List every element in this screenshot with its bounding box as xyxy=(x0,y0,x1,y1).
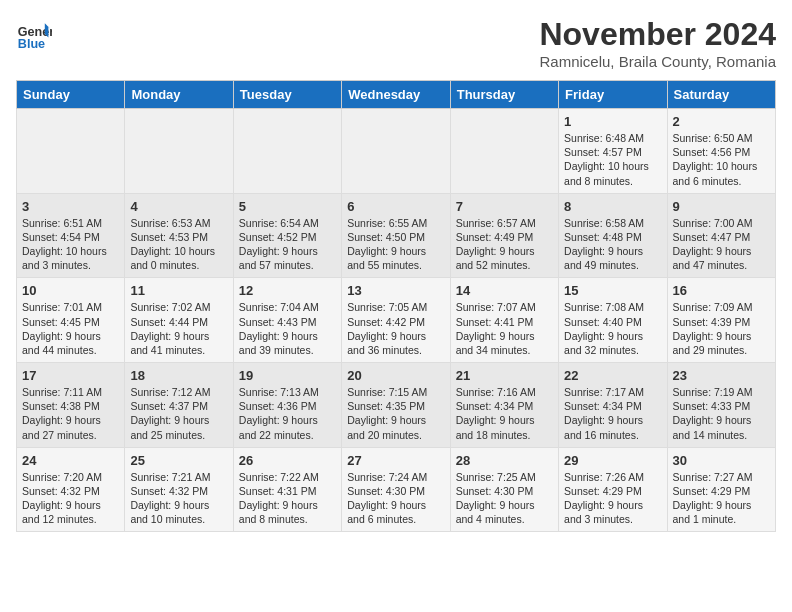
cell-info-line: Daylight: 10 hours and 8 minutes. xyxy=(564,159,661,187)
cell-info-line: Daylight: 9 hours and 10 minutes. xyxy=(130,498,227,526)
cell-info-line: Daylight: 9 hours and 3 minutes. xyxy=(564,498,661,526)
cell-info-line: Sunrise: 7:05 AM xyxy=(347,300,444,314)
cell-info-line: Sunrise: 7:27 AM xyxy=(673,470,770,484)
day-number: 2 xyxy=(673,114,770,129)
calendar-cell xyxy=(450,109,558,194)
day-number: 21 xyxy=(456,368,553,383)
day-number: 20 xyxy=(347,368,444,383)
calendar-cell xyxy=(125,109,233,194)
day-number: 7 xyxy=(456,199,553,214)
cell-info-line: Sunrise: 7:00 AM xyxy=(673,216,770,230)
day-number: 16 xyxy=(673,283,770,298)
header: General Blue November 2024 Ramnicelu, Br… xyxy=(16,16,776,70)
cell-info-line: Daylight: 9 hours and 14 minutes. xyxy=(673,413,770,441)
cell-info-line: Sunrise: 7:25 AM xyxy=(456,470,553,484)
calendar-cell: 26Sunrise: 7:22 AMSunset: 4:31 PMDayligh… xyxy=(233,447,341,532)
day-number: 24 xyxy=(22,453,119,468)
cell-info-line: Daylight: 9 hours and 47 minutes. xyxy=(673,244,770,272)
cell-info-line: Sunset: 4:48 PM xyxy=(564,230,661,244)
day-number: 22 xyxy=(564,368,661,383)
day-number: 10 xyxy=(22,283,119,298)
cell-info-line: Daylight: 9 hours and 27 minutes. xyxy=(22,413,119,441)
calendar-cell: 13Sunrise: 7:05 AMSunset: 4:42 PMDayligh… xyxy=(342,278,450,363)
cell-info-line: Sunrise: 6:58 AM xyxy=(564,216,661,230)
cell-info-line: Sunset: 4:35 PM xyxy=(347,399,444,413)
day-number: 9 xyxy=(673,199,770,214)
calendar-cell: 7Sunrise: 6:57 AMSunset: 4:49 PMDaylight… xyxy=(450,193,558,278)
cell-info-line: Sunrise: 7:19 AM xyxy=(673,385,770,399)
cell-info-line: Sunset: 4:52 PM xyxy=(239,230,336,244)
week-row-4: 17Sunrise: 7:11 AMSunset: 4:38 PMDayligh… xyxy=(17,363,776,448)
cell-info-line: Sunrise: 7:22 AM xyxy=(239,470,336,484)
cell-info-line: Sunset: 4:45 PM xyxy=(22,315,119,329)
dow-header-sunday: Sunday xyxy=(17,81,125,109)
cell-info-line: Sunset: 4:33 PM xyxy=(673,399,770,413)
calendar-cell: 23Sunrise: 7:19 AMSunset: 4:33 PMDayligh… xyxy=(667,363,775,448)
calendar-cell: 4Sunrise: 6:53 AMSunset: 4:53 PMDaylight… xyxy=(125,193,233,278)
cell-info-line: Sunset: 4:50 PM xyxy=(347,230,444,244)
cell-info-line: Sunset: 4:57 PM xyxy=(564,145,661,159)
cell-info-line: Sunrise: 7:17 AM xyxy=(564,385,661,399)
cell-info-line: Sunrise: 7:08 AM xyxy=(564,300,661,314)
cell-info-line: Sunset: 4:30 PM xyxy=(456,484,553,498)
calendar-cell: 10Sunrise: 7:01 AMSunset: 4:45 PMDayligh… xyxy=(17,278,125,363)
cell-info-line: Sunset: 4:44 PM xyxy=(130,315,227,329)
calendar-cell: 16Sunrise: 7:09 AMSunset: 4:39 PMDayligh… xyxy=(667,278,775,363)
cell-info-line: Daylight: 9 hours and 41 minutes. xyxy=(130,329,227,357)
cell-info-line: Daylight: 9 hours and 57 minutes. xyxy=(239,244,336,272)
logo: General Blue xyxy=(16,16,52,52)
calendar-cell: 25Sunrise: 7:21 AMSunset: 4:32 PMDayligh… xyxy=(125,447,233,532)
cell-info-line: Sunrise: 7:20 AM xyxy=(22,470,119,484)
day-number: 23 xyxy=(673,368,770,383)
cell-info-line: Sunset: 4:29 PM xyxy=(673,484,770,498)
cell-info-line: Daylight: 9 hours and 18 minutes. xyxy=(456,413,553,441)
calendar-cell: 20Sunrise: 7:15 AMSunset: 4:35 PMDayligh… xyxy=(342,363,450,448)
day-number: 1 xyxy=(564,114,661,129)
cell-info-line: Sunset: 4:42 PM xyxy=(347,315,444,329)
cell-info-line: Sunrise: 6:51 AM xyxy=(22,216,119,230)
day-number: 12 xyxy=(239,283,336,298)
cell-info-line: Sunset: 4:39 PM xyxy=(673,315,770,329)
title-area: November 2024 Ramnicelu, Braila County, … xyxy=(539,16,776,70)
dow-header-thursday: Thursday xyxy=(450,81,558,109)
cell-info-line: Daylight: 9 hours and 6 minutes. xyxy=(347,498,444,526)
cell-info-line: Sunrise: 6:48 AM xyxy=(564,131,661,145)
cell-info-line: Daylight: 9 hours and 1 minute. xyxy=(673,498,770,526)
cell-info-line: Daylight: 9 hours and 49 minutes. xyxy=(564,244,661,272)
cell-info-line: Daylight: 9 hours and 8 minutes. xyxy=(239,498,336,526)
calendar-cell xyxy=(17,109,125,194)
calendar-cell: 8Sunrise: 6:58 AMSunset: 4:48 PMDaylight… xyxy=(559,193,667,278)
day-number: 29 xyxy=(564,453,661,468)
location-subtitle: Ramnicelu, Braila County, Romania xyxy=(539,53,776,70)
cell-info-line: Daylight: 9 hours and 52 minutes. xyxy=(456,244,553,272)
cell-info-line: Sunrise: 7:07 AM xyxy=(456,300,553,314)
calendar-cell: 12Sunrise: 7:04 AMSunset: 4:43 PMDayligh… xyxy=(233,278,341,363)
cell-info-line: Sunrise: 7:24 AM xyxy=(347,470,444,484)
cell-info-line: Sunrise: 7:04 AM xyxy=(239,300,336,314)
cell-info-line: Sunset: 4:54 PM xyxy=(22,230,119,244)
day-number: 15 xyxy=(564,283,661,298)
dow-header-monday: Monday xyxy=(125,81,233,109)
cell-info-line: Sunrise: 6:57 AM xyxy=(456,216,553,230)
day-number: 11 xyxy=(130,283,227,298)
cell-info-line: Sunset: 4:53 PM xyxy=(130,230,227,244)
day-number: 19 xyxy=(239,368,336,383)
cell-info-line: Sunset: 4:37 PM xyxy=(130,399,227,413)
cell-info-line: Sunset: 4:34 PM xyxy=(456,399,553,413)
calendar-table: SundayMondayTuesdayWednesdayThursdayFrid… xyxy=(16,80,776,532)
day-number: 14 xyxy=(456,283,553,298)
calendar-cell: 14Sunrise: 7:07 AMSunset: 4:41 PMDayligh… xyxy=(450,278,558,363)
calendar-cell: 29Sunrise: 7:26 AMSunset: 4:29 PMDayligh… xyxy=(559,447,667,532)
day-number: 4 xyxy=(130,199,227,214)
day-number: 17 xyxy=(22,368,119,383)
cell-info-line: Sunrise: 7:21 AM xyxy=(130,470,227,484)
logo-icon: General Blue xyxy=(16,16,52,52)
cell-info-line: Sunrise: 7:13 AM xyxy=(239,385,336,399)
cell-info-line: Sunrise: 6:54 AM xyxy=(239,216,336,230)
cell-info-line: Sunrise: 7:01 AM xyxy=(22,300,119,314)
cell-info-line: Daylight: 9 hours and 20 minutes. xyxy=(347,413,444,441)
cell-info-line: Sunset: 4:34 PM xyxy=(564,399,661,413)
cell-info-line: Daylight: 9 hours and 29 minutes. xyxy=(673,329,770,357)
calendar-cell: 5Sunrise: 6:54 AMSunset: 4:52 PMDaylight… xyxy=(233,193,341,278)
week-row-5: 24Sunrise: 7:20 AMSunset: 4:32 PMDayligh… xyxy=(17,447,776,532)
